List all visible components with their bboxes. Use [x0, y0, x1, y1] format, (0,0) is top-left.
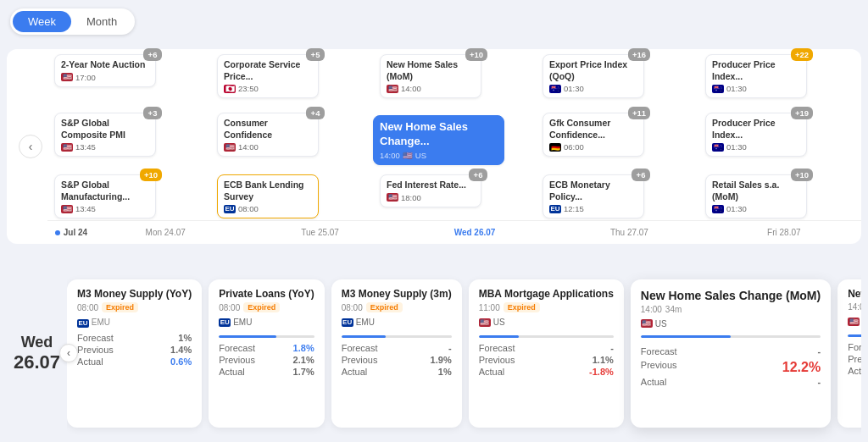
timeline-day-mon: Mon 24.07 [88, 228, 242, 237]
dc-title: New Home Sales (MoM) [848, 288, 861, 301]
dc-row-actual: Actual - [848, 366, 861, 376]
event-time: 🇺🇸 14:00 [387, 84, 475, 93]
bar-fill [219, 335, 275, 338]
dc-row-forecast: Forecast 0.725M [848, 342, 861, 352]
event-card[interactable]: 2-Year Note Auction 🇺🇸 17:00 +6 [54, 54, 156, 87]
month-toggle-btn[interactable]: Month [71, 11, 132, 32]
dc-row: Actual 0.6% [77, 356, 192, 367]
event-card[interactable]: S&P Global Manufacturing... 🇺🇸 13:45 +10 [54, 174, 156, 218]
event-title: Retail Sales s.a. (MoM) [712, 180, 800, 202]
event-title: Producer Price Index... [712, 59, 800, 82]
dc-row-forecast: Forecast - [479, 343, 614, 353]
event-card[interactable]: Retail Sales s.a. (MoM) 🇦🇺 01:30 +10 [705, 174, 807, 218]
flag-us: 🇺🇸 [61, 205, 73, 213]
event-title: Export Price Index (QoQ) [549, 59, 637, 82]
timeline-day-tue: Tue 25.07 [242, 228, 397, 237]
event-card[interactable]: ECB Monetary Policy... EU 12:15 +6 [542, 174, 644, 218]
event-time: 🇺🇸 14:00 [224, 142, 312, 152]
event-time: 🇺🇸 18:00 [387, 193, 475, 202]
day-num: 26.07 [14, 351, 60, 373]
detail-card-mba[interactable]: MBA Mortgage Applications 11:00 Expired … [469, 279, 624, 428]
event-card[interactable]: Corporate Service Price... 🇯🇵 23:50 +5 [217, 54, 319, 98]
dc-row-previous: Previous 1.9% [342, 355, 452, 365]
event-time: 🇩🇪 06:00 [549, 142, 637, 152]
event-time: EU 08:00 [224, 204, 312, 213]
progress-bar [342, 335, 452, 338]
event-time: 🇦🇺 01:30 [712, 142, 800, 152]
event-time: 🇦🇺 01:30 [549, 84, 637, 93]
event-card[interactable]: ECB Bank Lending Survey EU 08:00 [217, 174, 319, 218]
event-card[interactable]: Producer Price Index... 🇦🇺 01:30 +22 [705, 54, 807, 98]
timeline-bar: Jul 24 Mon 24.07 Tue 25.07 Wed 26.07 Thu… [47, 220, 861, 244]
date-label: Wed 26.07 [7, 264, 67, 442]
flag-us: 🇺🇸 [387, 85, 398, 93]
detail-area: Wed 26.07 ‹ M3 Money Supply (YoY) 08:00 … [0, 264, 868, 442]
flag-au: 🇦🇺 [712, 143, 724, 152]
event-time: 14:00 🇺🇸 US [380, 151, 498, 160]
timeline-day-wed: Wed 26.07 [398, 228, 552, 237]
dc-row: Previous 1.4% [77, 345, 192, 355]
flag-us: 🇺🇸 [61, 73, 73, 81]
dc-meta: 08:00 Expired [342, 302, 452, 312]
dc-meta: 08:00 Expired [219, 302, 314, 312]
day-col-mon: 2-Year Note Auction 🇺🇸 17:00 +6 S&P Glob… [47, 49, 210, 217]
flag-de: 🇩🇪 [549, 143, 561, 152]
event-badge: +10 [791, 169, 813, 181]
event-card[interactable]: Fed Interest Rate... 🇺🇸 18:00 +6 [380, 174, 481, 207]
event-title: Gfk Consumer Confidence... [549, 118, 637, 141]
flag-eu: EU [549, 205, 561, 213]
flag-us: 🇺🇸 [387, 193, 398, 202]
event-title: S&P Global Manufacturing... [61, 180, 149, 202]
event-card[interactable]: Gfk Consumer Confidence... 🇩🇪 06:00 +11 [542, 113, 644, 157]
calendar-panel: ‹ 2-Year Note Auction 🇺🇸 17:00 +6 S&P Gl… [7, 49, 861, 244]
days-container: 2-Year Note Auction 🇺🇸 17:00 +6 S&P Glob… [47, 49, 861, 217]
dc-row-forecast: Forecast - [342, 343, 452, 353]
detail-scroll-left-btn[interactable]: ‹ [59, 344, 78, 362]
event-time: 🇯🇵 23:50 [224, 84, 312, 93]
event-badge: +19 [791, 107, 813, 119]
flag-us: 🇺🇸 [224, 143, 236, 152]
prev-nav-arrow[interactable]: ‹ [19, 135, 42, 158]
dc-meta: 11:00 Expired [479, 302, 614, 312]
dc-title: Private Loans (YoY) [219, 288, 314, 301]
event-card-highlighted[interactable]: New Home Sales Change... 14:00 🇺🇸 US [373, 115, 504, 165]
flag-au: 🇦🇺 [712, 85, 724, 93]
progress-bar [219, 335, 314, 338]
flag-jp: 🇯🇵 [224, 85, 236, 93]
timeline-day-thu: Thu 27.07 [552, 228, 706, 237]
day-col-tue: Corporate Service Price... 🇯🇵 23:50 +5 C… [210, 49, 373, 217]
event-title: ECB Monetary Policy... [549, 180, 637, 202]
detail-card-new-home-change[interactable]: New Home Sales Change (MoM) 14:00 34m 🇺🇸… [631, 279, 831, 428]
detail-card-new-home-sales[interactable]: New Home Sales (MoM) 14:00 34m 🇺🇸 US For… [837, 279, 861, 428]
dc-row: Forecast 1% [77, 333, 192, 343]
event-time: 🇦🇺 01:30 [712, 84, 800, 93]
expired-badge: Expired [504, 302, 540, 312]
flag-eu: EU [219, 318, 231, 327]
flag-au: 🇦🇺 [549, 85, 561, 93]
day-col-thu: Export Price Index (QoQ) 🇦🇺 01:30 +16 Gf… [536, 49, 698, 217]
flag-us: 🇺🇸 [61, 143, 73, 152]
expired-badge: Expired [243, 302, 280, 312]
event-badge: +16 [628, 48, 650, 61]
expired-badge: Expired [366, 302, 403, 312]
event-card[interactable]: Producer Price Index... 🇦🇺 01:30 +19 [705, 113, 807, 157]
detail-card-m3-partial[interactable]: M3 Money Supply (YoY) 08:00 Expired EU E… [67, 279, 202, 428]
event-card[interactable]: Consumer Confidence 🇺🇸 14:00 +4 [217, 113, 319, 157]
day-col-wed: New Home Sales (MoM) 🇺🇸 14:00 +10 New Ho… [373, 49, 536, 217]
view-toggle: Week Month [10, 8, 135, 35]
detail-card-m3-3m[interactable]: M3 Money Supply (3m) 08:00 Expired EU EM… [331, 279, 462, 428]
progress-bar [641, 335, 821, 338]
event-title: Consumer Confidence [224, 118, 312, 141]
event-title: ECB Bank Lending Survey [224, 180, 312, 202]
week-toggle-btn[interactable]: Week [13, 11, 71, 32]
detail-cards: M3 Money Supply (YoY) 08:00 Expired EU E… [67, 264, 861, 442]
detail-card-private-loans[interactable]: Private Loans (YoY) 08:00 Expired EU EMU… [209, 279, 324, 428]
dc-row-actual: Actual -1.8% [479, 367, 614, 377]
event-card[interactable]: New Home Sales (MoM) 🇺🇸 14:00 +10 [380, 54, 481, 98]
event-badge: +10 [140, 169, 162, 181]
event-title: Corporate Service Price... [224, 59, 312, 82]
event-card[interactable]: S&P Global Composite PMI 🇺🇸 13:45 +3 [54, 113, 156, 157]
bar-fill [641, 335, 731, 338]
event-card[interactable]: Export Price Index (QoQ) 🇦🇺 01:30 +16 [542, 54, 644, 98]
bar-fill [479, 335, 520, 338]
